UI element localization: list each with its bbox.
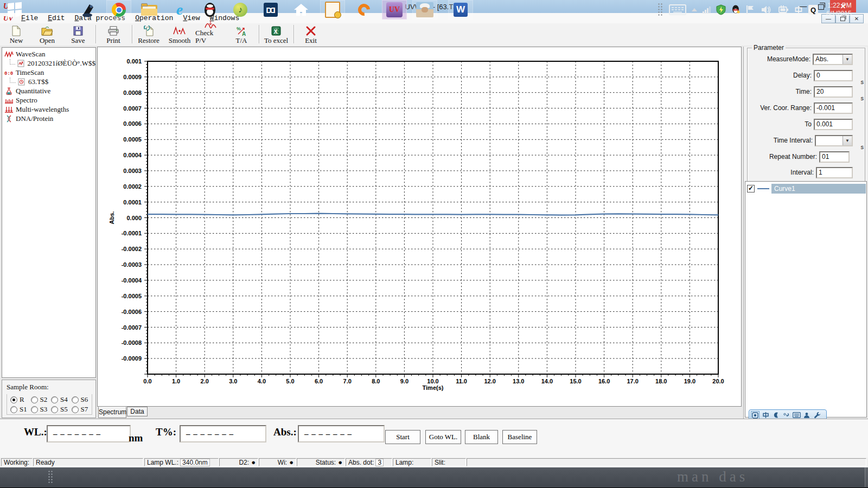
sample-room-radio-s5[interactable]: S5 xyxy=(51,404,72,414)
tab-data[interactable]: Data xyxy=(127,407,148,416)
svg-text:9.0: 9.0 xyxy=(400,378,409,384)
security-shield-icon[interactable] xyxy=(716,4,726,15)
sample-room-radio-s3[interactable]: S3 xyxy=(31,404,52,414)
toolbar-smooth-button[interactable]: Smooth xyxy=(164,24,195,44)
taskbar-app-word[interactable]: W xyxy=(448,0,473,20)
curve-list-item[interactable]: Curve1 xyxy=(747,184,866,194)
t-percent-value-field[interactable]: – – – – – – – xyxy=(180,425,266,442)
svg-text:%: % xyxy=(237,26,241,31)
tree-item-multi-wavelengths[interactable]: Multi-wavelengths xyxy=(2,105,95,114)
taskbar-app-photo[interactable] xyxy=(412,0,437,20)
wl-value-field[interactable]: – – – – – – – xyxy=(47,425,131,442)
ime-chinese-icon[interactable] xyxy=(794,5,803,14)
volume-icon[interactable] xyxy=(761,5,771,15)
chevron-down-icon[interactable]: ▼ xyxy=(843,55,852,64)
method-tree-panel: WaveScan 20120321íØÈÜÒ°.W$$ 0:0 TimeScan… xyxy=(2,47,96,378)
taskbar-app-organizer[interactable] xyxy=(320,0,345,20)
toolbar-to-excel-button[interactable]: X To excel xyxy=(261,24,291,44)
delay-input[interactable]: 0 xyxy=(814,70,853,81)
wavescan-file-icon xyxy=(16,60,25,67)
sample-room-radio-s7[interactable]: S7 xyxy=(72,404,92,414)
taskbar-app-music[interactable]: ♪ xyxy=(228,0,253,20)
tree-item-quantitative[interactable]: Quantitative xyxy=(2,86,95,95)
taskbar-app-projector[interactable] xyxy=(76,0,101,20)
baseline-button[interactable]: Baseline xyxy=(502,430,537,444)
toolbar-ta-button[interactable]: %A T/A xyxy=(226,24,257,44)
taskbar-clock[interactable]: 1:22 PM 6/1/2015 xyxy=(826,2,852,18)
toolbar-separator xyxy=(95,25,96,43)
tree-item-wavescan-file[interactable]: 20120321íØÈÜÒ°.W$$ xyxy=(2,59,95,68)
toolbar-check-pv-button[interactable]: Check P/V xyxy=(195,24,226,44)
dna-helix-icon xyxy=(4,115,14,123)
chevron-down-icon[interactable]: ▼ xyxy=(843,136,852,145)
repeat-number-input[interactable]: 01 xyxy=(819,151,850,163)
time-interval-select[interactable]: ▼ xyxy=(815,135,853,146)
svg-text:0.001: 0.001 xyxy=(126,58,142,65)
toolbar-exit-button[interactable]: Exit xyxy=(296,24,326,44)
svg-text:0.0008: 0.0008 xyxy=(123,89,142,96)
windows-taskbar xyxy=(0,467,868,487)
quick-launch-q-icon[interactable]: Q xyxy=(808,5,818,15)
measure-mode-select[interactable]: Abs. ▼ xyxy=(813,54,853,65)
curve-checkbox[interactable] xyxy=(747,185,755,192)
start-button[interactable]: Start xyxy=(385,430,420,444)
tree-item-timescan[interactable]: 0:0 TimeScan xyxy=(2,68,95,77)
taskbar-app-home[interactable] xyxy=(289,0,314,20)
tab-spectrum[interactable]: Spectrum xyxy=(98,407,126,418)
toolbar-open-button[interactable]: Open xyxy=(32,24,62,44)
taskbar-app-dolby[interactable]: DD xyxy=(258,0,283,20)
time-input[interactable]: 20 xyxy=(814,86,853,98)
abs-value-field[interactable]: – – – – – – – xyxy=(298,425,385,442)
radio-icon xyxy=(31,396,38,403)
timescan-chart-panel: 0.0010.00090.00080.00070.00060.00050.000… xyxy=(97,47,742,407)
parameter-sidebar: Parameter MeasureMode: Abs. ▼ Delay: 0 s… xyxy=(743,47,867,419)
svg-text:13.0: 13.0 xyxy=(513,378,524,384)
tree-item-dna-protein[interactable]: DNA/Protein xyxy=(2,114,95,123)
taskbar-app-chrome[interactable] xyxy=(106,0,131,20)
toolbar-new-button[interactable]: New xyxy=(1,24,31,44)
blank-button[interactable]: Blank xyxy=(465,430,498,444)
lamp-wl-value: 340.0nm xyxy=(180,459,210,466)
taskbar-app-uvwin[interactable]: UV xyxy=(382,0,407,20)
taskbar-app-ie[interactable]: e xyxy=(167,0,192,20)
touch-keyboard-icon[interactable] xyxy=(669,4,686,15)
show-desktop-strip[interactable] xyxy=(865,467,868,487)
sample-room-radio-r[interactable]: R xyxy=(10,395,31,404)
start-button-taskbar[interactable] xyxy=(2,0,27,20)
tray-expand-caret-icon[interactable] xyxy=(692,8,697,11)
status-indicator-icon: ● xyxy=(338,460,342,465)
parameter-groupbox-title: Parameter xyxy=(752,44,786,52)
taskbar-app-explorer[interactable] xyxy=(137,0,162,20)
music-note-icon: ♪ xyxy=(233,3,247,17)
toolbar-save-button[interactable]: Save xyxy=(63,24,93,44)
svg-text:14.0: 14.0 xyxy=(541,378,553,384)
radio-icon xyxy=(31,406,38,413)
action-center-flag-icon[interactable] xyxy=(745,5,755,15)
toolbar-restore-button[interactable]: Restore xyxy=(133,24,164,44)
qq-tray-icon[interactable] xyxy=(731,5,740,15)
taskbar-app-player[interactable] xyxy=(352,0,376,20)
tree-item-timescan-file[interactable]: 63.T$$ xyxy=(2,77,95,86)
tree-item-wavescan[interactable]: WaveScan xyxy=(2,49,95,59)
sample-room-radio-s6[interactable]: S6 xyxy=(72,395,92,404)
network-signal-icon[interactable] xyxy=(703,7,711,14)
curve-name[interactable]: Curve1 xyxy=(771,184,866,194)
system-tray: Q 1:22 PM 6/1/2015 xyxy=(658,0,852,20)
svg-text:0.0007: 0.0007 xyxy=(123,105,142,112)
taskbar-app-qq[interactable] xyxy=(197,0,222,20)
sample-room-radio-s4[interactable]: S4 xyxy=(51,395,72,404)
interval-input[interactable]: 1 xyxy=(816,167,853,178)
wi-indicator-icon: ● xyxy=(289,460,293,465)
svg-text:6.0: 6.0 xyxy=(315,378,323,384)
goto-wl-button[interactable]: Goto WL. xyxy=(425,430,461,444)
range-to-input[interactable]: 0.001 xyxy=(814,119,853,130)
power-battery-icon[interactable] xyxy=(777,5,789,15)
sample-room-radio-s2[interactable]: S2 xyxy=(31,395,52,404)
range-from-input[interactable]: -0.001 xyxy=(814,102,853,114)
status-cell: Status:● xyxy=(297,458,345,466)
menu-item-edit[interactable]: Edit xyxy=(43,14,69,22)
tree-item-spectro[interactable]: Spectro xyxy=(2,95,95,105)
toolbar-print-button[interactable]: Print xyxy=(98,24,129,44)
sample-room-radio-s1[interactable]: S1 xyxy=(10,404,31,414)
svg-text:-0.0005: -0.0005 xyxy=(122,293,142,299)
